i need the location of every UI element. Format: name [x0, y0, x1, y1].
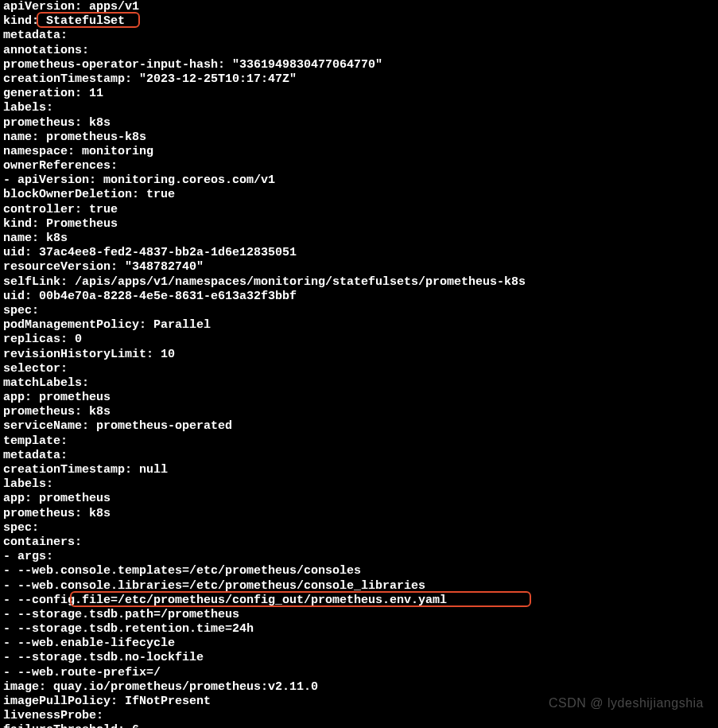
- yaml-output: apiVersion: apps/v1kind: StatefulSetmeta…: [0, 0, 718, 728]
- yaml-line: - --web.route-prefix=/: [3, 666, 715, 680]
- yaml-line: app: prometheus: [3, 391, 715, 405]
- yaml-line: name: prometheus-k8s: [3, 130, 715, 145]
- yaml-line: - --web.console.libraries=/etc/prometheu…: [3, 579, 715, 594]
- yaml-line: uid: 37ac4ee8-fed2-4837-bb2a-1d6e1283505…: [3, 246, 715, 260]
- yaml-line: template:: [3, 434, 715, 449]
- yaml-line: labels:: [3, 101, 715, 115]
- yaml-line: - args:: [3, 550, 715, 564]
- yaml-line: imagePullPolicy: IfNotPresent: [3, 695, 715, 709]
- yaml-line: selector:: [3, 362, 715, 376]
- yaml-line: namespace: monitoring: [3, 145, 715, 159]
- yaml-line: - --web.console.templates=/etc/prometheu…: [3, 564, 715, 578]
- yaml-line: name: k8s: [3, 232, 715, 246]
- yaml-line: replicas: 0: [3, 333, 715, 347]
- yaml-line: metadata:: [3, 449, 715, 463]
- yaml-line: - --storage.tsdb.retention.time=24h: [3, 622, 715, 637]
- yaml-line: controller: true: [3, 203, 715, 217]
- yaml-line: livenessProbe:: [3, 709, 715, 723]
- yaml-line: prometheus: k8s: [3, 405, 715, 419]
- yaml-line: metadata:: [3, 29, 715, 43]
- yaml-line: - --web.enable-lifecycle: [3, 637, 715, 651]
- yaml-line: revisionHistoryLimit: 10: [3, 348, 715, 362]
- yaml-line: - --storage.tsdb.path=/prometheus: [3, 608, 715, 622]
- yaml-line: matchLabels:: [3, 376, 715, 391]
- yaml-line: - apiVersion: monitoring.coreos.com/v1: [3, 173, 715, 188]
- yaml-line: annotations:: [3, 44, 715, 58]
- yaml-line: prometheus: k8s: [3, 507, 715, 521]
- yaml-line: spec:: [3, 521, 715, 535]
- yaml-line: selfLink: /apis/apps/v1/namespaces/monit…: [3, 275, 715, 290]
- yaml-line: - --storage.tsdb.no-lockfile: [3, 651, 715, 665]
- yaml-line: - --config.file=/etc/prometheus/config_o…: [3, 594, 715, 608]
- yaml-line: generation: 11: [3, 87, 715, 101]
- yaml-line: blockOwnerDeletion: true: [3, 188, 715, 202]
- yaml-line: prometheus: k8s: [3, 116, 715, 130]
- yaml-line: resourceVersion: "348782740": [3, 260, 715, 274]
- yaml-line: podManagementPolicy: Parallel: [3, 318, 715, 333]
- yaml-line: uid: 00b4e70a-8228-4e5e-8631-e613a32f3bb…: [3, 290, 715, 304]
- yaml-line: apiVersion: apps/v1: [3, 0, 715, 14]
- yaml-line: kind: StatefulSet: [3, 14, 715, 29]
- yaml-line: image: quay.io/prometheus/prometheus:v2.…: [3, 680, 715, 695]
- yaml-line: serviceName: prometheus-operated: [3, 419, 715, 434]
- yaml-line: ownerReferences:: [3, 159, 715, 173]
- yaml-line: labels:: [3, 477, 715, 492]
- yaml-line: creationTimestamp: null: [3, 463, 715, 477]
- yaml-line: spec:: [3, 304, 715, 318]
- yaml-line: app: prometheus: [3, 492, 715, 506]
- yaml-line: prometheus-operator-input-hash: "3361949…: [3, 58, 715, 72]
- yaml-line: creationTimestamp: "2023-12-25T10:17:47Z…: [3, 72, 715, 87]
- yaml-line: failureThreshold: 6: [3, 723, 715, 728]
- yaml-line: containers:: [3, 535, 715, 550]
- yaml-line: kind: Prometheus: [3, 217, 715, 232]
